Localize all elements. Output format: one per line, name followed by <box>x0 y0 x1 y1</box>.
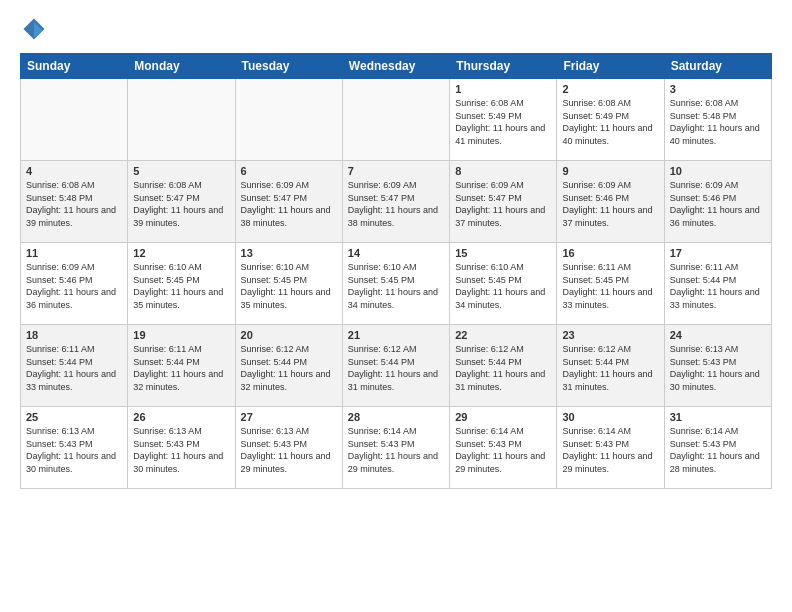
weekday-header-saturday: Saturday <box>664 54 771 79</box>
calendar-cell: 15Sunrise: 6:10 AM Sunset: 5:45 PM Dayli… <box>450 243 557 325</box>
calendar-cell: 17Sunrise: 6:11 AM Sunset: 5:44 PM Dayli… <box>664 243 771 325</box>
day-number: 16 <box>562 247 658 259</box>
day-info: Sunrise: 6:13 AM Sunset: 5:43 PM Dayligh… <box>670 343 766 393</box>
day-info: Sunrise: 6:12 AM Sunset: 5:44 PM Dayligh… <box>241 343 337 393</box>
day-number: 24 <box>670 329 766 341</box>
calendar-cell: 22Sunrise: 6:12 AM Sunset: 5:44 PM Dayli… <box>450 325 557 407</box>
calendar-cell: 31Sunrise: 6:14 AM Sunset: 5:43 PM Dayli… <box>664 407 771 489</box>
calendar-cell: 9Sunrise: 6:09 AM Sunset: 5:46 PM Daylig… <box>557 161 664 243</box>
day-number: 1 <box>455 83 551 95</box>
calendar-cell <box>128 79 235 161</box>
logo <box>20 15 52 43</box>
calendar-cell: 3Sunrise: 6:08 AM Sunset: 5:48 PM Daylig… <box>664 79 771 161</box>
calendar-cell: 18Sunrise: 6:11 AM Sunset: 5:44 PM Dayli… <box>21 325 128 407</box>
calendar-cell: 20Sunrise: 6:12 AM Sunset: 5:44 PM Dayli… <box>235 325 342 407</box>
day-number: 28 <box>348 411 444 423</box>
day-info: Sunrise: 6:11 AM Sunset: 5:44 PM Dayligh… <box>670 261 766 311</box>
calendar-cell: 7Sunrise: 6:09 AM Sunset: 5:47 PM Daylig… <box>342 161 449 243</box>
day-info: Sunrise: 6:11 AM Sunset: 5:44 PM Dayligh… <box>26 343 122 393</box>
weekday-header-thursday: Thursday <box>450 54 557 79</box>
calendar-cell: 14Sunrise: 6:10 AM Sunset: 5:45 PM Dayli… <box>342 243 449 325</box>
calendar-cell: 10Sunrise: 6:09 AM Sunset: 5:46 PM Dayli… <box>664 161 771 243</box>
day-info: Sunrise: 6:08 AM Sunset: 5:49 PM Dayligh… <box>562 97 658 147</box>
calendar-cell <box>235 79 342 161</box>
calendar-cell: 27Sunrise: 6:13 AM Sunset: 5:43 PM Dayli… <box>235 407 342 489</box>
day-info: Sunrise: 6:12 AM Sunset: 5:44 PM Dayligh… <box>562 343 658 393</box>
day-number: 5 <box>133 165 229 177</box>
day-number: 14 <box>348 247 444 259</box>
day-number: 4 <box>26 165 122 177</box>
calendar-cell <box>342 79 449 161</box>
calendar-cell: 29Sunrise: 6:14 AM Sunset: 5:43 PM Dayli… <box>450 407 557 489</box>
day-number: 30 <box>562 411 658 423</box>
calendar-cell <box>21 79 128 161</box>
day-number: 27 <box>241 411 337 423</box>
calendar-cell: 11Sunrise: 6:09 AM Sunset: 5:46 PM Dayli… <box>21 243 128 325</box>
calendar-cell: 8Sunrise: 6:09 AM Sunset: 5:47 PM Daylig… <box>450 161 557 243</box>
day-number: 17 <box>670 247 766 259</box>
header <box>20 15 772 43</box>
day-info: Sunrise: 6:09 AM Sunset: 5:46 PM Dayligh… <box>26 261 122 311</box>
day-info: Sunrise: 6:08 AM Sunset: 5:49 PM Dayligh… <box>455 97 551 147</box>
day-number: 8 <box>455 165 551 177</box>
day-info: Sunrise: 6:09 AM Sunset: 5:47 PM Dayligh… <box>455 179 551 229</box>
page: SundayMondayTuesdayWednesdayThursdayFrid… <box>0 0 792 612</box>
day-number: 10 <box>670 165 766 177</box>
calendar-cell: 21Sunrise: 6:12 AM Sunset: 5:44 PM Dayli… <box>342 325 449 407</box>
logo-icon <box>20 15 48 43</box>
weekday-header-monday: Monday <box>128 54 235 79</box>
day-number: 7 <box>348 165 444 177</box>
day-number: 2 <box>562 83 658 95</box>
day-info: Sunrise: 6:14 AM Sunset: 5:43 PM Dayligh… <box>455 425 551 475</box>
week-row-2: 4Sunrise: 6:08 AM Sunset: 5:48 PM Daylig… <box>21 161 772 243</box>
day-info: Sunrise: 6:08 AM Sunset: 5:47 PM Dayligh… <box>133 179 229 229</box>
calendar-cell: 19Sunrise: 6:11 AM Sunset: 5:44 PM Dayli… <box>128 325 235 407</box>
day-number: 18 <box>26 329 122 341</box>
weekday-header-row: SundayMondayTuesdayWednesdayThursdayFrid… <box>21 54 772 79</box>
calendar-cell: 26Sunrise: 6:13 AM Sunset: 5:43 PM Dayli… <box>128 407 235 489</box>
weekday-header-sunday: Sunday <box>21 54 128 79</box>
day-info: Sunrise: 6:10 AM Sunset: 5:45 PM Dayligh… <box>133 261 229 311</box>
day-number: 25 <box>26 411 122 423</box>
day-info: Sunrise: 6:13 AM Sunset: 5:43 PM Dayligh… <box>133 425 229 475</box>
day-number: 20 <box>241 329 337 341</box>
day-info: Sunrise: 6:13 AM Sunset: 5:43 PM Dayligh… <box>26 425 122 475</box>
day-number: 22 <box>455 329 551 341</box>
calendar-cell: 1Sunrise: 6:08 AM Sunset: 5:49 PM Daylig… <box>450 79 557 161</box>
day-number: 26 <box>133 411 229 423</box>
day-info: Sunrise: 6:12 AM Sunset: 5:44 PM Dayligh… <box>455 343 551 393</box>
day-number: 6 <box>241 165 337 177</box>
day-number: 12 <box>133 247 229 259</box>
calendar-cell: 5Sunrise: 6:08 AM Sunset: 5:47 PM Daylig… <box>128 161 235 243</box>
day-info: Sunrise: 6:09 AM Sunset: 5:46 PM Dayligh… <box>670 179 766 229</box>
day-info: Sunrise: 6:14 AM Sunset: 5:43 PM Dayligh… <box>670 425 766 475</box>
day-number: 13 <box>241 247 337 259</box>
week-row-3: 11Sunrise: 6:09 AM Sunset: 5:46 PM Dayli… <box>21 243 772 325</box>
day-number: 21 <box>348 329 444 341</box>
day-info: Sunrise: 6:09 AM Sunset: 5:46 PM Dayligh… <box>562 179 658 229</box>
day-info: Sunrise: 6:09 AM Sunset: 5:47 PM Dayligh… <box>348 179 444 229</box>
day-info: Sunrise: 6:12 AM Sunset: 5:44 PM Dayligh… <box>348 343 444 393</box>
weekday-header-tuesday: Tuesday <box>235 54 342 79</box>
day-info: Sunrise: 6:08 AM Sunset: 5:48 PM Dayligh… <box>26 179 122 229</box>
calendar-table: SundayMondayTuesdayWednesdayThursdayFrid… <box>20 53 772 489</box>
calendar-cell: 30Sunrise: 6:14 AM Sunset: 5:43 PM Dayli… <box>557 407 664 489</box>
calendar-cell: 6Sunrise: 6:09 AM Sunset: 5:47 PM Daylig… <box>235 161 342 243</box>
day-info: Sunrise: 6:10 AM Sunset: 5:45 PM Dayligh… <box>348 261 444 311</box>
calendar-cell: 28Sunrise: 6:14 AM Sunset: 5:43 PM Dayli… <box>342 407 449 489</box>
week-row-4: 18Sunrise: 6:11 AM Sunset: 5:44 PM Dayli… <box>21 325 772 407</box>
day-info: Sunrise: 6:10 AM Sunset: 5:45 PM Dayligh… <box>241 261 337 311</box>
calendar-cell: 25Sunrise: 6:13 AM Sunset: 5:43 PM Dayli… <box>21 407 128 489</box>
day-info: Sunrise: 6:13 AM Sunset: 5:43 PM Dayligh… <box>241 425 337 475</box>
day-info: Sunrise: 6:11 AM Sunset: 5:45 PM Dayligh… <box>562 261 658 311</box>
day-number: 23 <box>562 329 658 341</box>
day-info: Sunrise: 6:11 AM Sunset: 5:44 PM Dayligh… <box>133 343 229 393</box>
day-info: Sunrise: 6:09 AM Sunset: 5:47 PM Dayligh… <box>241 179 337 229</box>
day-number: 31 <box>670 411 766 423</box>
day-number: 11 <box>26 247 122 259</box>
day-info: Sunrise: 6:10 AM Sunset: 5:45 PM Dayligh… <box>455 261 551 311</box>
calendar-cell: 4Sunrise: 6:08 AM Sunset: 5:48 PM Daylig… <box>21 161 128 243</box>
day-number: 29 <box>455 411 551 423</box>
calendar-cell: 24Sunrise: 6:13 AM Sunset: 5:43 PM Dayli… <box>664 325 771 407</box>
day-info: Sunrise: 6:14 AM Sunset: 5:43 PM Dayligh… <box>562 425 658 475</box>
